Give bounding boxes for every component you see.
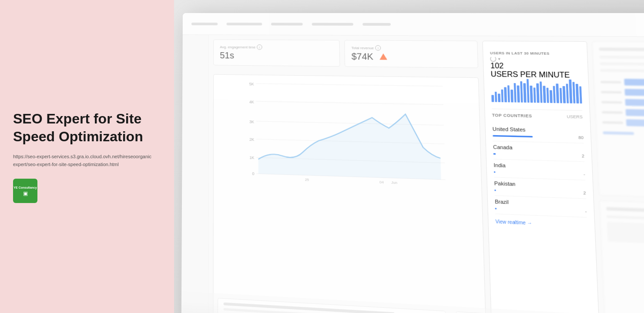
y-label-3k: 3K	[249, 120, 254, 124]
refresh-icon[interactable]	[490, 56, 496, 62]
right-desc-2	[600, 62, 644, 66]
right-desc-3	[600, 69, 644, 73]
bar-17	[543, 86, 546, 103]
bar-7	[510, 90, 513, 103]
bar-6	[507, 85, 510, 103]
h-bar-row-5	[602, 119, 644, 128]
h-bar-label-4	[602, 111, 623, 113]
bar-9	[517, 85, 520, 103]
country-count-us: 80	[578, 135, 584, 140]
dashboard-main: Avg. engagement time i 51s Total revenue…	[208, 35, 644, 313]
bar-19	[550, 90, 552, 103]
logo-badge: YE Consultancy ▣	[13, 179, 37, 203]
country-count-in: -	[584, 172, 585, 177]
country-bar-us	[493, 135, 533, 137]
view-all-btn	[603, 131, 634, 135]
top-countries-label: TOP COUNTRIES	[492, 113, 532, 119]
users-per-min-label: USERS PER MINUTE	[490, 70, 581, 80]
x-label-jun: Jun	[391, 180, 397, 185]
dashboard-body: Avg. engagement time i 51s Total revenue…	[181, 35, 644, 313]
bar-4	[501, 89, 503, 102]
bar-16	[540, 81, 543, 103]
country-item-pk: Pakistan 2	[494, 177, 586, 199]
right-title-bar-2	[606, 207, 644, 213]
dashboard-center: Avg. engagement time i 51s Total revenue…	[213, 39, 487, 313]
line-chart-card: 5K 4K 3K 2K 1K 0	[213, 74, 487, 313]
bar-20	[553, 86, 556, 103]
right-card-2	[599, 200, 644, 313]
y-label-1k: 1K	[249, 155, 254, 160]
stat-value-revenue: $74K	[352, 51, 471, 63]
country-item-in: India -	[493, 160, 585, 180]
stat-label-engagement: Avg. engagement time i	[220, 44, 333, 50]
country-bar-br	[495, 207, 497, 209]
page-title: SEO Expert for Site Speed Optimization	[13, 110, 161, 146]
stat-card-revenue: Total revenue i $74K	[344, 40, 478, 68]
left-panel: SEO Expert for Site Speed Optimization h…	[0, 0, 174, 313]
bar-15	[536, 83, 539, 103]
line-chart-fill	[258, 111, 441, 180]
dashboard-sidebar	[181, 35, 209, 313]
stat-label-revenue: Total revenue i	[351, 45, 470, 51]
right-chart-placeholder	[607, 222, 644, 247]
h-bar-row-2	[601, 89, 644, 97]
svg-line-2	[256, 121, 444, 125]
y-label-2k: 2K	[249, 137, 254, 142]
bar-27	[576, 84, 579, 103]
dropdown-arrow[interactable]: ▾	[498, 57, 501, 61]
screenshot-area: Avg. engagement time i 51s Total revenue…	[174, 0, 644, 313]
country-item-ca: Canada 2	[493, 141, 585, 162]
dashboard-screenshot: Avg. engagement time i 51s Total revenue…	[181, 13, 644, 313]
y-label-4k: 4K	[249, 100, 254, 104]
bar-13	[530, 85, 533, 103]
view-realtime-link[interactable]: View realtime →	[495, 219, 587, 228]
country-count-pk: 2	[583, 190, 586, 195]
nav-item-4	[362, 23, 391, 25]
country-name-us: United States	[493, 126, 584, 134]
top-countries-header: TOP COUNTRIES USERS	[492, 109, 583, 121]
bar-8	[513, 83, 517, 103]
h-bar-label-5	[602, 121, 623, 124]
bar-28	[579, 86, 582, 103]
logo-icon: ▣	[23, 190, 28, 196]
h-bar-row-4	[602, 109, 644, 118]
h-bar-fill-5	[626, 119, 644, 127]
y-label-5k: 5K	[249, 82, 254, 86]
right-title-bar-1	[599, 47, 644, 51]
h-bar-label-1	[600, 80, 621, 83]
country-bar-row-in: -	[494, 170, 585, 177]
logo-text: YE Consultancy	[13, 186, 37, 190]
country-bar-row-us: 80	[493, 133, 584, 140]
right-card-1	[592, 41, 644, 200]
country-item-br: Brazil -	[495, 196, 587, 217]
realtime-panel: USERS IN LAST 30 MINUTES ▾ 102 USERS PER…	[482, 41, 601, 313]
h-bar-row-3	[601, 99, 644, 107]
right-desc-1	[599, 56, 644, 60]
page-layout: SEO Expert for Site Speed Optimization h…	[0, 0, 644, 313]
bar-12	[527, 79, 530, 103]
users-count: 102	[490, 62, 581, 71]
stats-row: Avg. engagement time i 51s Total revenue…	[213, 39, 478, 73]
bar-23	[563, 86, 566, 103]
nav-logo	[191, 23, 218, 25]
country-count-ca: 2	[582, 153, 584, 158]
bar-22	[559, 88, 562, 103]
h-bar-fill-1	[624, 79, 644, 87]
top-countries-users-col: USERS	[567, 114, 583, 120]
country-bar-row-pk: 2	[494, 188, 586, 196]
stat-value-engagement: 51s	[220, 50, 333, 62]
info-icon-revenue: i	[375, 45, 381, 51]
users-per-min-chart	[491, 79, 582, 103]
country-count-br: -	[585, 209, 587, 214]
bar-1	[491, 95, 494, 102]
country-bar-in	[494, 171, 496, 172]
info-icon-engagement: i	[257, 44, 262, 50]
bar-11	[523, 83, 526, 103]
dashboard-right-panel	[592, 41, 644, 313]
bar-18	[546, 88, 549, 103]
line-chart-svg: 5K 4K 3K 2K 1K 0	[218, 79, 476, 186]
bar-21	[556, 83, 559, 103]
country-bar-row-ca: 2	[493, 151, 584, 159]
bar-25	[569, 80, 572, 103]
h-bar-fill-4	[626, 109, 644, 117]
